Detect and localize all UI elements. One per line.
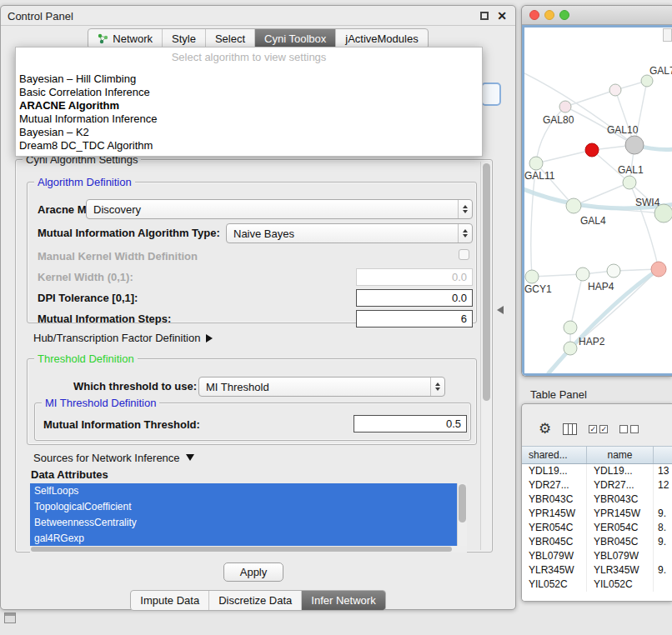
table-cell: YIL052C: [587, 578, 654, 592]
dpi-tolerance-label: DPI Tolerance [0,1]:: [38, 292, 138, 304]
minimized-panel-icon[interactable]: [4, 612, 16, 623]
network-node[interactable]: [525, 270, 539, 283]
network-node[interactable]: [609, 84, 621, 96]
column-header-shared-name[interactable]: shared...: [522, 447, 587, 463]
algorithm-option[interactable]: Bayesian – K2: [16, 126, 482, 139]
column-header-extra[interactable]: [654, 447, 672, 463]
sources-section-header[interactable]: Sources for Network Inference: [33, 452, 194, 464]
network-node[interactable]: [607, 264, 620, 278]
mi-threshold-group-title: MI Threshold Definition: [42, 397, 159, 409]
dpi-tolerance-input[interactable]: 0.0: [356, 289, 473, 307]
which-threshold-select[interactable]: MI Threshold: [198, 377, 445, 397]
network-node[interactable]: [623, 176, 636, 189]
zoom-window-icon[interactable]: [559, 10, 569, 20]
table-row[interactable]: YBL079WYBL079W: [522, 549, 672, 563]
apply-button[interactable]: Apply: [223, 562, 283, 582]
tab-cyni-toolbox[interactable]: Cyni Toolbox: [255, 29, 336, 48]
algorithm-definition-group: Algorithm Definition Aracne Mode: Discov…: [27, 182, 477, 323]
algorithm-option[interactable]: Bayesian – Hill Climbing: [16, 72, 482, 86]
gear-icon[interactable]: ⚙: [539, 421, 551, 438]
network-node[interactable]: [651, 262, 666, 277]
threshold-definition-title: Threshold Definition: [34, 352, 138, 365]
network-window-titlebar[interactable]: [522, 6, 672, 25]
table-cell: 9.: [654, 535, 672, 549]
table-cell: 9.: [654, 563, 672, 578]
algorithm-dropdown[interactable]: Select algorithm to view settings Bayesi…: [15, 47, 483, 157]
tab-network[interactable]: Network: [88, 29, 163, 48]
settings-scrollbar[interactable]: [480, 162, 491, 550]
network-node[interactable]: [625, 136, 644, 154]
algorithm-option[interactable]: Dream8 DC_TDC Algorithm: [16, 139, 482, 152]
tab-style[interactable]: Style: [163, 29, 206, 48]
attributes-scrollbar[interactable]: [457, 483, 467, 547]
combo-arrows-icon: [430, 378, 444, 396]
table-row[interactable]: YBR045CYBR045C9.: [522, 535, 672, 549]
data-attribute-item[interactable]: BetweennessCentrality: [30, 515, 467, 531]
select-all-columns-icon[interactable]: ✓ ✓: [589, 425, 608, 433]
table-row[interactable]: YDR27...YDR27...12: [522, 478, 672, 492]
network-node[interactable]: [564, 321, 577, 334]
close-window-icon[interactable]: [529, 10, 539, 20]
network-node-label: GCY1: [524, 283, 552, 295]
table-row[interactable]: YPR145WYPR145W9.: [522, 507, 672, 521]
mi-threshold-group: MI Threshold Definition Mutual Informati…: [34, 402, 471, 441]
algorithm-placeholder: Select algorithm to view settings: [16, 48, 482, 68]
manual-kernel-width-checkbox[interactable]: [459, 249, 469, 260]
table-row[interactable]: YLR345WYLR345W9.: [522, 563, 672, 578]
network-node[interactable]: [641, 75, 653, 87]
mi-threshold-input[interactable]: 0.5: [354, 415, 467, 432]
tab-impute-data[interactable]: Impute Data: [131, 591, 209, 610]
algorithm-option[interactable]: Mutual Information Inference: [16, 112, 482, 126]
network-node[interactable]: [529, 157, 543, 170]
tab-discretize-data[interactable]: Discretize Data: [209, 591, 302, 610]
hub-section-header[interactable]: Hub/Transcription Factor Definition: [33, 332, 213, 344]
algorithm-option[interactable]: ARACNE Algorithm: [16, 99, 482, 112]
float-panel-icon[interactable]: [480, 12, 489, 20]
data-attributes-label: Data Attributes: [31, 468, 108, 481]
network-node-label: GAL11: [524, 170, 555, 182]
minimize-window-icon[interactable]: [544, 10, 554, 20]
mi-steps-label: Mutual Information Steps:: [38, 312, 171, 325]
data-attribute-item[interactable]: gal4RGexp: [30, 531, 467, 547]
table-row[interactable]: YBR043CYBR043C: [522, 492, 672, 507]
table-cell: 9.: [654, 507, 672, 521]
aracne-mode-select[interactable]: Discovery: [86, 199, 473, 219]
tab-infer-network[interactable]: Infer Network: [302, 591, 384, 610]
columns-icon[interactable]: [563, 423, 577, 435]
unchecked-box-icon: [630, 425, 639, 433]
network-edge: [536, 150, 592, 163]
data-attribute-item[interactable]: TopologicalCoefficient: [30, 499, 467, 515]
table-row[interactable]: YER054CYER054C8.: [522, 521, 672, 535]
network-node[interactable]: [566, 198, 581, 213]
network-node[interactable]: [576, 268, 589, 281]
splitter-collapse-arrow[interactable]: [497, 306, 504, 314]
algorithm-option[interactable]: Basic Correlation Inference: [16, 86, 482, 99]
tab-jactivemodules[interactable]: jActiveModules: [336, 29, 427, 48]
cyni-algorithm-settings-group: Cyni Algorithm Settings Algorithm Defini…: [15, 159, 493, 552]
mi-steps-input[interactable]: 6: [356, 310, 473, 328]
column-header-name[interactable]: name: [587, 447, 654, 463]
network-node[interactable]: [564, 342, 577, 355]
panel-title: Control Panel: [8, 10, 73, 22]
table-cell: YDR27...: [522, 478, 587, 492]
network-node[interactable]: [585, 143, 599, 157]
data-attribute-item[interactable]: SelfLoops: [30, 483, 467, 499]
mi-threshold-label: Mutual Information Threshold:: [43, 418, 200, 431]
table-row[interactable]: YDL19...YDL19...13: [522, 464, 672, 478]
network-edge: [532, 274, 583, 277]
mi-algorithm-type-select[interactable]: Naive Bayes: [226, 223, 473, 243]
table-cell: YPR145W: [522, 507, 587, 521]
network-node[interactable]: [559, 101, 571, 112]
table-cell: YLR345W: [587, 563, 654, 578]
close-panel-icon[interactable]: ✕: [497, 9, 507, 22]
canvas-scrollbar-fragment[interactable]: [663, 28, 672, 42]
control-panel-window: Control Panel ✕ Network Style Select Cyn…: [0, 5, 516, 610]
network-node-label: GAL1: [618, 164, 644, 176]
network-node-label: GAL7: [649, 65, 672, 77]
deselect-all-columns-icon[interactable]: [619, 425, 639, 433]
table-row[interactable]: YIL052CYIL052C: [522, 578, 672, 592]
table-cell: YPR145W: [587, 507, 654, 521]
tab-select[interactable]: Select: [206, 29, 255, 48]
network-canvas[interactable]: GAL80GAL7GAL10GAL11GAL1SWI4GAL4GCY1HAP4H…: [522, 25, 672, 376]
attributes-hscrollbar[interactable]: [30, 546, 467, 552]
